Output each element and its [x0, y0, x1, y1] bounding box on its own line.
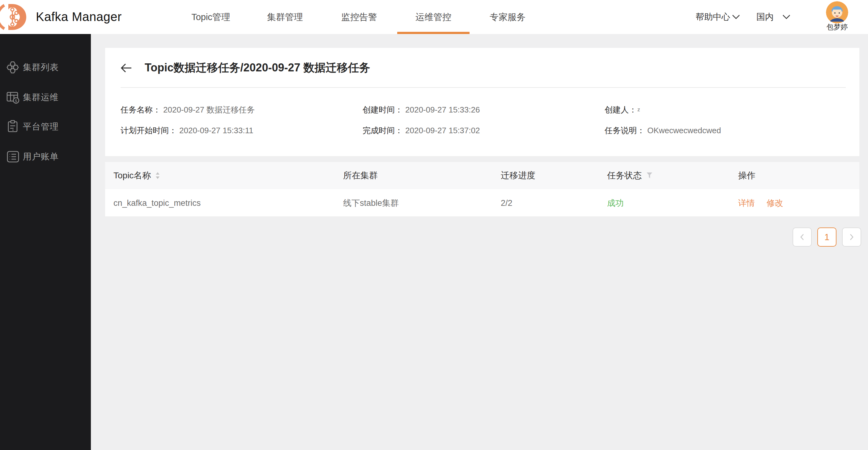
cell-topic-name: cn_kafka_topic_metrics	[114, 189, 200, 217]
user-avatar[interactable]	[826, 1, 848, 24]
cell-progress: 2/2	[501, 189, 513, 217]
page-1-button[interactable]: 1	[817, 227, 836, 247]
page-title: Topic数据迁移任务/2020-09-27 数据迁移任务	[145, 60, 370, 75]
col-status: 任务状态	[607, 162, 653, 189]
region-selector[interactable]: 国内	[756, 0, 790, 34]
next-page-button[interactable]	[842, 227, 861, 247]
field-finish-time: 完成时间：2020-09-27 15:37:02	[363, 125, 480, 136]
bill-list-icon	[6, 150, 20, 163]
field-creator: 创建人：z	[604, 104, 640, 115]
chevron-down-icon	[732, 14, 740, 20]
table-row: cn_kafka_topic_metrics 线下stable集群 2/2 成功…	[105, 189, 859, 217]
detail-link[interactable]: 详情	[738, 197, 755, 208]
chevron-left-icon	[799, 233, 806, 241]
field-create-time: 创建时间：2020-09-27 15:33:26	[363, 104, 480, 115]
field-plan-start-time: 计划开始时间：2020-09-27 15:33:11	[121, 125, 253, 136]
main-content: Topic数据迁移任务/2020-09-27 数据迁移任务 任务名称：2020-…	[91, 34, 868, 450]
active-tab-indicator	[397, 32, 469, 34]
back-arrow-icon[interactable]	[121, 62, 133, 74]
pagination: 1	[793, 227, 861, 247]
main-nav: Topic管理 集群管理 监控告警 运维管控 专家服务	[174, 0, 545, 34]
edit-link[interactable]: 修改	[767, 197, 783, 208]
task-info-card: Topic数据迁移任务/2020-09-27 数据迁移任务 任务名称：2020-…	[105, 48, 859, 156]
username-label: 包梦婷	[822, 22, 852, 32]
svg-text:$: $	[15, 98, 17, 103]
divider	[121, 87, 846, 88]
sidebar-item-cluster-ops[interactable]: $ 集群运维	[0, 89, 91, 106]
migration-table: Topic名称 所在集群 迁移进度 任务状态 操作 cn_kafka_topic…	[105, 162, 859, 217]
help-center-menu[interactable]: 帮助中心	[695, 0, 740, 34]
sidebar-item-user-bill[interactable]: 用户账单	[0, 148, 91, 165]
table-dollar-icon: $	[6, 91, 20, 104]
chevron-right-icon	[848, 233, 855, 241]
chevron-down-icon	[782, 14, 790, 20]
col-cluster: 所在集群	[343, 162, 378, 189]
col-actions: 操作	[738, 162, 755, 189]
cell-cluster: 线下stable集群	[343, 189, 399, 217]
sidebar-item-platform-manage[interactable]: 平台管理	[0, 118, 91, 135]
tab-expert-service[interactable]: 专家服务	[470, 0, 545, 34]
filter-funnel-icon[interactable]	[646, 172, 653, 179]
top-header: Kafka Manager Topic管理 集群管理 监控告警 运维管控 专家服…	[0, 0, 868, 34]
app-title: Kafka Manager	[36, 0, 122, 34]
field-task-name: 任务名称：2020-09-27 数据迁移任务	[121, 104, 255, 115]
sidebar: 集群列表 $ 集群运维 平台管理	[0, 34, 91, 450]
table-header: Topic名称 所在集群 迁移进度 任务状态 操作	[105, 162, 859, 189]
cell-actions: 详情 修改	[738, 189, 783, 217]
sidebar-item-cluster-list[interactable]: 集群列表	[0, 59, 91, 76]
clipboard-icon	[6, 120, 20, 133]
prev-page-button[interactable]	[793, 227, 812, 247]
sort-caret-icon[interactable]	[155, 172, 160, 179]
tab-cluster-manage[interactable]: 集群管理	[248, 0, 322, 34]
field-task-desc: 任务说明：OKwecwecwedcwed	[604, 125, 721, 136]
honeycomb-cluster-icon	[6, 61, 20, 74]
tab-monitor-alert[interactable]: 监控告警	[322, 0, 396, 34]
status-badge: 成功	[607, 189, 624, 217]
col-progress: 迁移进度	[501, 162, 535, 189]
col-topic-name[interactable]: Topic名称	[114, 162, 160, 189]
tab-topic-manage[interactable]: Topic管理	[174, 0, 248, 34]
app-logo-icon	[0, 3, 27, 31]
tab-ops-control[interactable]: 运维管控	[396, 0, 470, 34]
